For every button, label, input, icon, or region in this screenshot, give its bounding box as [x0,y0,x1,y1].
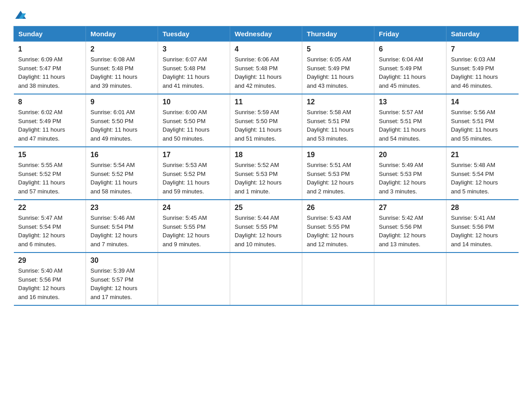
day-number: 7 [451,45,514,53]
day-info: Sunrise: 6:08 AMSunset: 5:48 PMDaylight:… [90,55,153,90]
day-info: Sunrise: 5:47 AMSunset: 5:54 PMDaylight:… [18,214,82,248]
header-sunday: Sunday [14,26,86,42]
day-number: 9 [90,98,153,106]
calendar-cell: 3Sunrise: 6:07 AMSunset: 5:48 PMDaylight… [158,42,230,94]
day-number: 23 [90,204,153,212]
calendar-week-row: 29Sunrise: 5:40 AMSunset: 5:56 PMDayligh… [14,253,519,305]
day-info: Sunrise: 5:56 AMSunset: 5:51 PMDaylight:… [451,108,514,143]
day-number: 10 [163,98,225,106]
calendar-cell: 10Sunrise: 6:00 AMSunset: 5:50 PMDayligh… [158,94,230,147]
logo [13,9,27,19]
day-number: 19 [307,151,369,159]
day-number: 20 [379,151,442,159]
calendar-cell: 21Sunrise: 5:48 AMSunset: 5:54 PMDayligh… [446,147,519,200]
calendar-cell: 17Sunrise: 5:53 AMSunset: 5:52 PMDayligh… [158,147,230,200]
day-info: Sunrise: 5:45 AMSunset: 5:55 PMDaylight:… [163,214,225,248]
day-number: 2 [90,45,153,53]
calendar-cell: 2Sunrise: 6:08 AMSunset: 5:48 PMDaylight… [86,42,158,94]
day-info: Sunrise: 6:02 AMSunset: 5:49 PMDaylight:… [18,108,82,143]
header-tuesday: Tuesday [158,26,230,42]
calendar-header-row: Sunday Monday Tuesday Wednesday Thursday… [14,26,519,42]
calendar-cell: 14Sunrise: 5:56 AMSunset: 5:51 PMDayligh… [446,94,519,147]
calendar-cell: 1Sunrise: 6:09 AMSunset: 5:47 PMDaylight… [14,42,86,94]
day-info: Sunrise: 5:53 AMSunset: 5:52 PMDaylight:… [163,161,225,196]
day-number: 11 [235,98,297,106]
calendar-week-row: 15Sunrise: 5:55 AMSunset: 5:52 PMDayligh… [14,147,519,200]
calendar-table: Sunday Monday Tuesday Wednesday Thursday… [13,26,519,306]
calendar-week-row: 1Sunrise: 6:09 AMSunset: 5:47 PMDaylight… [14,42,519,94]
day-number: 30 [90,257,153,265]
day-info: Sunrise: 5:46 AMSunset: 5:54 PMDaylight:… [90,214,153,248]
day-number: 27 [379,204,442,212]
day-info: Sunrise: 5:42 AMSunset: 5:56 PMDaylight:… [379,214,442,248]
calendar-cell: 19Sunrise: 5:51 AMSunset: 5:53 PMDayligh… [302,147,374,200]
day-info: Sunrise: 6:00 AMSunset: 5:50 PMDaylight:… [163,108,225,143]
calendar-cell: 26Sunrise: 5:43 AMSunset: 5:55 PMDayligh… [302,200,374,253]
calendar-cell: 11Sunrise: 5:59 AMSunset: 5:50 PMDayligh… [230,94,302,147]
day-info: Sunrise: 5:44 AMSunset: 5:55 PMDaylight:… [235,214,297,248]
day-info: Sunrise: 6:03 AMSunset: 5:49 PMDaylight:… [451,55,514,90]
day-number: 5 [307,45,369,53]
day-info: Sunrise: 6:05 AMSunset: 5:49 PMDaylight:… [307,55,369,90]
day-info: Sunrise: 6:01 AMSunset: 5:50 PMDaylight:… [90,108,153,143]
calendar-cell: 24Sunrise: 5:45 AMSunset: 5:55 PMDayligh… [158,200,230,253]
day-info: Sunrise: 5:54 AMSunset: 5:52 PMDaylight:… [90,161,153,196]
day-info: Sunrise: 5:59 AMSunset: 5:50 PMDaylight:… [235,108,297,143]
calendar-cell [446,253,519,305]
day-number: 26 [307,204,369,212]
calendar-cell: 23Sunrise: 5:46 AMSunset: 5:54 PMDayligh… [86,200,158,253]
day-number: 3 [163,45,225,53]
header-friday: Friday [374,26,446,42]
calendar-cell: 28Sunrise: 5:41 AMSunset: 5:56 PMDayligh… [446,200,519,253]
calendar-cell: 9Sunrise: 6:01 AMSunset: 5:50 PMDaylight… [86,94,158,147]
day-info: Sunrise: 5:43 AMSunset: 5:55 PMDaylight:… [307,214,369,248]
calendar-cell: 7Sunrise: 6:03 AMSunset: 5:49 PMDaylight… [446,42,519,94]
header-thursday: Thursday [302,26,374,42]
day-number: 21 [451,151,514,159]
calendar-cell: 5Sunrise: 6:05 AMSunset: 5:49 PMDaylight… [302,42,374,94]
day-number: 17 [163,151,225,159]
day-info: Sunrise: 6:06 AMSunset: 5:48 PMDaylight:… [235,55,297,90]
day-number: 16 [90,151,153,159]
calendar-cell: 13Sunrise: 5:57 AMSunset: 5:51 PMDayligh… [374,94,446,147]
header-saturday: Saturday [446,26,519,42]
calendar-cell: 30Sunrise: 5:39 AMSunset: 5:57 PMDayligh… [86,253,158,305]
calendar-cell: 15Sunrise: 5:55 AMSunset: 5:52 PMDayligh… [14,147,86,200]
calendar-cell: 18Sunrise: 5:52 AMSunset: 5:53 PMDayligh… [230,147,302,200]
day-number: 25 [235,204,297,212]
day-number: 24 [163,204,225,212]
logo-icon [14,9,27,21]
day-info: Sunrise: 5:40 AMSunset: 5:56 PMDaylight:… [18,266,82,301]
calendar-cell: 20Sunrise: 5:49 AMSunset: 5:53 PMDayligh… [374,147,446,200]
header-monday: Monday [86,26,158,42]
day-number: 14 [451,98,514,106]
day-info: Sunrise: 5:48 AMSunset: 5:54 PMDaylight:… [451,161,514,196]
day-number: 8 [18,98,82,106]
day-info: Sunrise: 5:49 AMSunset: 5:53 PMDaylight:… [379,161,442,196]
day-info: Sunrise: 5:55 AMSunset: 5:52 PMDaylight:… [18,161,82,196]
calendar-cell: 22Sunrise: 5:47 AMSunset: 5:54 PMDayligh… [14,200,86,253]
calendar-cell: 27Sunrise: 5:42 AMSunset: 5:56 PMDayligh… [374,200,446,253]
calendar-week-row: 22Sunrise: 5:47 AMSunset: 5:54 PMDayligh… [14,200,519,253]
day-number: 6 [379,45,442,53]
day-number: 22 [18,204,82,212]
day-info: Sunrise: 6:09 AMSunset: 5:47 PMDaylight:… [18,55,82,90]
calendar-cell: 25Sunrise: 5:44 AMSunset: 5:55 PMDayligh… [230,200,302,253]
day-info: Sunrise: 6:07 AMSunset: 5:48 PMDaylight:… [163,55,225,90]
day-number: 12 [307,98,369,106]
day-info: Sunrise: 5:39 AMSunset: 5:57 PMDaylight:… [90,266,153,301]
day-info: Sunrise: 5:52 AMSunset: 5:53 PMDaylight:… [235,161,297,196]
day-number: 29 [18,257,82,265]
calendar-body: 1Sunrise: 6:09 AMSunset: 5:47 PMDaylight… [14,42,519,306]
calendar-cell: 8Sunrise: 6:02 AMSunset: 5:49 PMDaylight… [14,94,86,147]
day-number: 28 [451,204,514,212]
day-number: 15 [18,151,82,159]
calendar-cell: 29Sunrise: 5:40 AMSunset: 5:56 PMDayligh… [14,253,86,305]
day-number: 13 [379,98,442,106]
calendar-cell: 4Sunrise: 6:06 AMSunset: 5:48 PMDaylight… [230,42,302,94]
day-info: Sunrise: 6:04 AMSunset: 5:49 PMDaylight:… [379,55,442,90]
calendar-week-row: 8Sunrise: 6:02 AMSunset: 5:49 PMDaylight… [14,94,519,147]
calendar-cell [374,253,446,305]
page-header [13,9,519,19]
calendar-cell [302,253,374,305]
